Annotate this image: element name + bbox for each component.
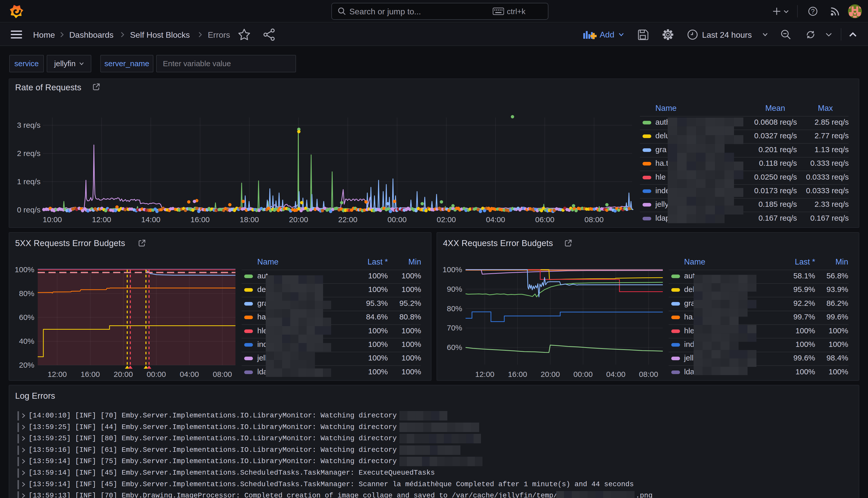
svg-text:02:00: 02:00 bbox=[437, 215, 456, 224]
svg-text:22:00: 22:00 bbox=[338, 215, 357, 224]
svg-text:04:00: 04:00 bbox=[180, 370, 199, 378]
svg-text:04:00: 04:00 bbox=[486, 215, 505, 224]
svg-text:1 req/s: 1 req/s bbox=[17, 177, 41, 186]
svg-text:00:00: 00:00 bbox=[574, 370, 593, 378]
svg-text:16:00: 16:00 bbox=[508, 370, 527, 378]
svg-text:20%: 20% bbox=[19, 361, 35, 369]
svg-text:3 req/s: 3 req/s bbox=[17, 121, 41, 129]
svg-text:08:00: 08:00 bbox=[639, 370, 658, 378]
svg-text:18:00: 18:00 bbox=[240, 215, 259, 224]
svg-text:0 req/s: 0 req/s bbox=[17, 206, 41, 214]
svg-text:08:00: 08:00 bbox=[213, 370, 232, 378]
svg-text:100%: 100% bbox=[15, 265, 35, 274]
svg-text:60%: 60% bbox=[447, 343, 462, 352]
svg-text:10:00: 10:00 bbox=[43, 215, 62, 224]
svg-text:80%: 80% bbox=[19, 289, 35, 298]
svg-text:20:00: 20:00 bbox=[541, 370, 560, 378]
svg-text:06:00: 06:00 bbox=[535, 215, 554, 224]
svg-text:16:00: 16:00 bbox=[190, 215, 210, 224]
svg-text:00:00: 00:00 bbox=[387, 215, 406, 224]
svg-text:04:00: 04:00 bbox=[606, 370, 625, 378]
svg-text:12:00: 12:00 bbox=[92, 215, 111, 224]
svg-text:100%: 100% bbox=[442, 265, 462, 274]
svg-text:60%: 60% bbox=[19, 313, 35, 322]
svg-text:20:00: 20:00 bbox=[113, 370, 133, 378]
svg-text:40%: 40% bbox=[19, 337, 35, 345]
svg-text:?: ? bbox=[811, 8, 815, 15]
svg-text:2 req/s: 2 req/s bbox=[17, 149, 41, 158]
svg-text:00:00: 00:00 bbox=[147, 370, 166, 378]
svg-text:12:00: 12:00 bbox=[475, 370, 494, 378]
svg-text:16:00: 16:00 bbox=[81, 370, 100, 378]
svg-text:70%: 70% bbox=[447, 324, 462, 332]
svg-text:12:00: 12:00 bbox=[48, 370, 67, 378]
svg-text:80%: 80% bbox=[447, 304, 462, 313]
svg-text:08:00: 08:00 bbox=[584, 215, 603, 224]
svg-text:90%: 90% bbox=[447, 285, 462, 293]
svg-text:20:00: 20:00 bbox=[289, 215, 308, 224]
svg-text:14:00: 14:00 bbox=[141, 215, 160, 224]
